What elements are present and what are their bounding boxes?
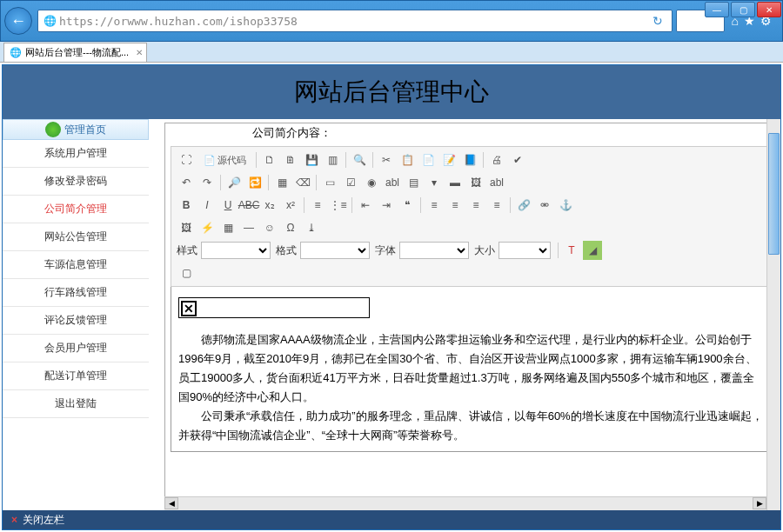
replace-icon[interactable]: 🔁 (245, 173, 264, 192)
style-select[interactable] (201, 242, 271, 259)
url-text: https://orwww.huzhan.com/ishop33758 (59, 15, 649, 28)
link-icon[interactable]: 🔗 (514, 196, 533, 215)
paste-word-icon[interactable]: 📘 (460, 150, 479, 170)
unlink-icon[interactable]: ⚮ (535, 196, 554, 215)
sidebar-item-password[interactable]: 修改登录密码 (3, 168, 149, 196)
anchor-icon[interactable]: ⚓ (556, 196, 575, 215)
smiley-icon[interactable]: ☺ (260, 218, 279, 237)
align-right-icon[interactable]: ≡ (466, 196, 485, 215)
back-button[interactable]: ← (4, 7, 32, 35)
vertical-scrollbar[interactable] (766, 119, 780, 510)
outdent-icon[interactable]: ⇤ (356, 196, 375, 215)
rich-editor: ⛶ 📄源代码 🗋 🗎 💾 ▥ 🔍 ✂ 📋 📄 📝 (171, 146, 771, 452)
print-icon[interactable]: 🖨 (487, 150, 506, 170)
sidebar-item-vehicle[interactable]: 车源信息管理 (3, 251, 149, 279)
font-select[interactable] (399, 242, 469, 259)
close-button[interactable]: ✕ (757, 2, 781, 17)
radio-icon[interactable]: ◉ (362, 173, 381, 192)
removeformat-icon[interactable]: ⌫ (293, 173, 312, 192)
table-icon[interactable]: ▦ (218, 218, 238, 237)
align-left-icon[interactable]: ≡ (425, 196, 444, 215)
textarea-icon[interactable]: ▤ (404, 173, 423, 192)
textcolor-icon[interactable]: T (562, 241, 581, 260)
find-icon[interactable]: 🔎 (224, 173, 244, 192)
ulist-icon[interactable]: ⋮≡ (329, 196, 348, 215)
showblocks-icon[interactable]: ▢ (177, 263, 196, 283)
page-header: 网站后台管理中心 (3, 65, 780, 119)
page: 网站后台管理中心 管理首页 系统用户管理 修改登录密码 公司简介管理 网站公告管… (2, 64, 781, 530)
tab-close-icon[interactable]: ✕ (136, 48, 143, 57)
redo-icon[interactable]: ↷ (197, 173, 217, 192)
paste-icon[interactable]: 📄 (418, 150, 438, 170)
sidebar: 管理首页 系统用户管理 修改登录密码 公司简介管理 网站公告管理 车源信息管理 … (3, 119, 149, 510)
sidebar-item-sysuser[interactable]: 系统用户管理 (3, 140, 149, 168)
maximize-button[interactable]: ▢ (731, 2, 755, 17)
quote-icon[interactable]: ❝ (398, 196, 417, 215)
sidebar-item-feedback[interactable]: 评论反馈管理 (3, 307, 149, 335)
align-center-icon[interactable]: ≡ (445, 196, 465, 215)
form-icon[interactable]: ▭ (320, 173, 339, 192)
pagebreak-icon[interactable]: ⤓ (302, 218, 321, 237)
sidebar-item-notice[interactable]: 网站公告管理 (3, 223, 149, 251)
selectall-icon[interactable]: ▦ (272, 173, 291, 192)
tab-favicon-icon: 🌐 (10, 47, 22, 59)
checkbox-icon[interactable]: ☑ (341, 173, 360, 192)
newpage-icon[interactable]: 🗋 (260, 150, 279, 170)
imagebutton-icon[interactable]: 🖼 (466, 173, 485, 192)
sidebar-item-company[interactable]: 公司简介管理 (3, 196, 149, 223)
copy-icon[interactable]: 📋 (398, 150, 417, 170)
image-icon[interactable]: 🖼 (177, 218, 196, 237)
horizontal-scrollbar[interactable]: ◀ ▶ (164, 496, 766, 510)
close-sidebar-label[interactable]: 关闭左栏 (23, 513, 64, 528)
sidebar-item-route[interactable]: 行车路线管理 (3, 279, 149, 307)
content: 公司简介内容： ⛶ 📄源代码 🗋 🗎 💾 ▥ 🔍 (149, 119, 780, 510)
scrollbar-thumb[interactable] (768, 133, 780, 255)
body-area: 管理首页 系统用户管理 修改登录密码 公司简介管理 网站公告管理 车源信息管理 … (3, 119, 780, 510)
indent-icon[interactable]: ⇥ (377, 196, 396, 215)
source-button[interactable]: 📄源代码 (197, 150, 252, 170)
cut-icon[interactable]: ✂ (377, 150, 396, 170)
format-select[interactable] (300, 242, 370, 259)
doc-search-icon[interactable]: 🔍 (350, 150, 369, 170)
preview-icon[interactable]: 🗎 (281, 150, 300, 170)
hr-icon[interactable]: — (239, 218, 258, 237)
maximize-icon[interactable]: ⛶ (177, 150, 196, 170)
save-icon[interactable]: 💾 (302, 150, 321, 170)
italic-icon[interactable]: I (197, 196, 217, 215)
align-justify-icon[interactable]: ≡ (487, 196, 506, 215)
subscript-icon[interactable]: x₂ (260, 196, 279, 215)
size-select[interactable] (499, 242, 551, 259)
address-bar[interactable]: 🌐 https://orwww.huzhan.com/ishop33758 ↻ (37, 10, 673, 32)
button-icon[interactable]: ▬ (445, 173, 465, 192)
sidebar-item-logout[interactable]: 退出登陆 (3, 390, 149, 418)
strike-icon[interactable]: ABC (239, 196, 258, 215)
section-label: 公司简介内容： (165, 123, 776, 144)
bold-icon[interactable]: B (177, 196, 196, 215)
bgcolor-icon[interactable]: ◢ (583, 241, 602, 260)
paste-text-icon[interactable]: 📝 (439, 150, 458, 170)
spellcheck-icon[interactable]: ✔ (508, 150, 527, 170)
sidebar-header[interactable]: 管理首页 (3, 119, 149, 140)
sidebar-item-order[interactable]: 配送订单管理 (3, 362, 149, 390)
close-sidebar-icon[interactable]: × (11, 514, 17, 526)
specialchar-icon[interactable]: Ω (281, 218, 300, 237)
hidden-icon[interactable]: abl (487, 173, 506, 192)
textfield-icon[interactable]: abl (383, 173, 402, 192)
minimize-button[interactable]: — (705, 2, 729, 17)
superscript-icon[interactable]: x² (281, 196, 300, 215)
browser-tab[interactable]: 🌐 网站后台管理---物流配... ✕ (3, 43, 147, 62)
editor-body[interactable]: ✕ 德邦物流是国家AAAA级物流企业，主营国内公路零担运输业务和空运代理，是行业… (171, 287, 771, 452)
olist-icon[interactable]: ≡ (308, 196, 327, 215)
underline-icon[interactable]: U (218, 196, 238, 215)
scroll-right-icon[interactable]: ▶ (753, 497, 766, 509)
sidebar-item-member[interactable]: 会员用户管理 (3, 335, 149, 362)
format-label: 格式 (276, 243, 297, 258)
template-icon[interactable]: ▥ (323, 150, 342, 170)
content-paragraph-2: 公司秉承“承载信任，助力成功”的服务理念，重品牌、讲诚信，以每年60%的增长速度… (178, 407, 763, 445)
undo-icon[interactable]: ↶ (177, 173, 196, 192)
flash-icon[interactable]: ⚡ (197, 218, 217, 237)
refresh-icon[interactable]: ↻ (649, 14, 666, 28)
page-title: 网站后台管理中心 (294, 76, 489, 109)
scroll-left-icon[interactable]: ◀ (164, 497, 178, 509)
select-icon[interactable]: ▾ (425, 173, 444, 192)
